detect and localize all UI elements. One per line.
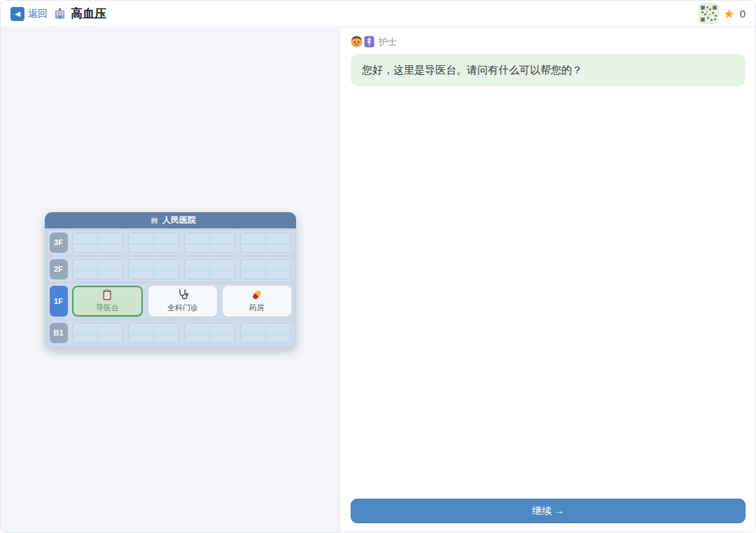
room-card-pharmacy[interactable]: 药房 — [223, 286, 291, 317]
empty-room-slot — [72, 259, 123, 279]
room-name: 药房 — [249, 303, 265, 313]
floor-button-2f[interactable]: 2F — [50, 259, 68, 279]
empty-room-slot — [128, 323, 179, 343]
floor-row-b1: B1 — [48, 321, 293, 345]
hospital-name: 人民医院 — [162, 214, 196, 226]
chat-panel: 护士 您好，这里是导医台。请问有什么可以帮您的？ 继续 → — [340, 27, 755, 532]
empty-room-slot — [240, 259, 291, 279]
hospital-map-header: 人民医院 — [45, 212, 296, 228]
empty-room-slot — [240, 323, 291, 343]
top-bar: ◀ 返回 高血压 — [1, 1, 755, 27]
hospital-icon — [150, 216, 159, 225]
floor-button-3f[interactable]: 3F — [50, 233, 68, 253]
empty-room-slot — [184, 259, 235, 279]
floor-row-3f: 3F — [48, 230, 293, 255]
star-count: 0 — [740, 8, 746, 20]
room-name: 导医台 — [96, 303, 119, 313]
room-card-general-clinic[interactable]: 全科门诊 — [148, 286, 217, 317]
empty-room-slot — [72, 233, 123, 253]
room-card-guide-desk[interactable]: 导医台 — [72, 286, 144, 317]
hospital-icon — [53, 7, 66, 20]
continue-button[interactable]: 继续 → — [351, 499, 746, 523]
empty-room-slot — [72, 323, 123, 343]
speaker-row: 护士 — [351, 35, 746, 48]
pill-icon — [251, 289, 263, 301]
stethoscope-icon — [176, 289, 189, 301]
floor-1f-rooms: 导医台 — [72, 286, 291, 317]
hospital-map: 人民医院 3F 2F 1F — [45, 212, 296, 348]
hospital-map-panel: 人民医院 3F 2F 1F — [1, 27, 340, 532]
chat-message-bubble: 您好，这里是导医台。请问有什么可以帮您的？ — [351, 54, 746, 86]
empty-room-slot — [128, 233, 179, 253]
clipboard-icon — [101, 289, 113, 301]
empty-room-slot — [184, 233, 235, 253]
floor-b1-slots — [72, 323, 291, 343]
page-title: 高血压 — [71, 6, 106, 22]
app-window: ◀ 返回 高血压 — [0, 0, 756, 533]
room-name: 全科门诊 — [167, 303, 198, 313]
nurse-avatar-icon — [351, 35, 374, 48]
empty-room-slot — [184, 323, 235, 343]
back-label[interactable]: 返回 — [28, 8, 48, 20]
floor-3f-slots — [72, 233, 291, 253]
floor-2f-slots — [72, 259, 291, 279]
floor-button-1f[interactable]: 1F — [50, 286, 68, 317]
floor-button-b1[interactable]: B1 — [50, 323, 68, 343]
floor-row-1f: 1F — [48, 284, 293, 319]
back-button[interactable]: ◀ 返回 — [10, 7, 48, 21]
empty-room-slot — [240, 233, 291, 253]
star-icon: ★ — [724, 8, 735, 20]
empty-room-slot — [128, 259, 179, 279]
back-arrow-icon[interactable]: ◀ — [10, 7, 24, 21]
speaker-name: 护士 — [379, 36, 397, 48]
floor-row-2f: 2F — [48, 257, 293, 282]
hospital-map-body: 3F 2F 1F — [45, 228, 296, 348]
map-qr-thumbnail[interactable] — [699, 4, 719, 24]
